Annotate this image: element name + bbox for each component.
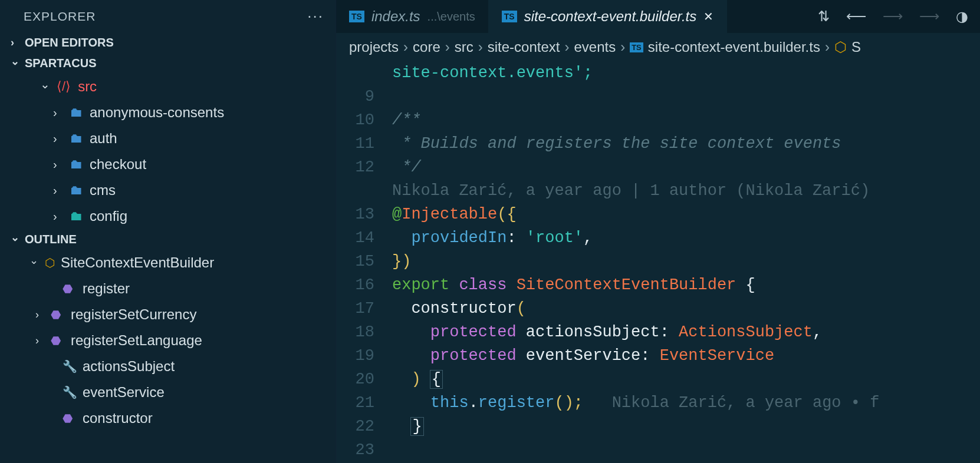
chevron-down-icon (11, 233, 20, 246)
breadcrumb-item[interactable]: S (851, 39, 861, 55)
code-text: @ (392, 206, 402, 223)
tab-path: ...\events (427, 10, 475, 24)
line-number: 21 (336, 391, 374, 415)
code-text: SiteContextEventBuilder (517, 276, 736, 294)
code-text: }) (392, 253, 411, 270)
tab-label: site-context-event.builder.ts (524, 8, 697, 25)
outline-label: registerSetCurrency (71, 306, 196, 323)
close-icon[interactable]: ✕ (703, 9, 713, 24)
open-editors-section[interactable]: OPEN EDITORS (0, 32, 336, 53)
chevron-right-icon (53, 132, 63, 145)
property-icon: 🔧 (63, 385, 77, 399)
line-gutter: 9 10 11 12 13 14 15 16 17 18 19 20 21 22… (336, 61, 392, 463)
sidebar: EXPLORER ··· OPEN EDITORS SPARTACUS ⟨/⟩ … (0, 0, 336, 463)
folder-label: checkout (90, 156, 146, 173)
outline-label: registerSetLanguage (71, 332, 202, 349)
code-text: class (459, 276, 507, 294)
line-number: 23 (336, 438, 374, 462)
code-text: * Builds and registers the site context … (392, 135, 841, 153)
breadcrumb-item[interactable]: site-context-event.builder.ts (648, 39, 820, 55)
outline-item-registerSetCurrency[interactable]: ⬣ registerSetCurrency (12, 302, 336, 328)
outline-item-register[interactable]: ⬣ register (12, 276, 336, 302)
folder-lock-icon: 🖿 (70, 131, 83, 146)
source-folder-icon: ⟨/⟩ (57, 79, 71, 94)
more-actions-icon[interactable]: ··· (307, 7, 324, 25)
code-text: eventService (526, 347, 640, 365)
outline-section[interactable]: OUTLINE (0, 229, 336, 250)
src-folder[interactable]: ⟨/⟩ src (24, 74, 336, 100)
code-text: { (430, 371, 442, 388)
explorer-title: EXPLORER (24, 9, 96, 24)
folder-config[interactable]: 🖿 config (24, 203, 336, 229)
code-text: 'root' (526, 229, 583, 247)
code-text: ({ (497, 206, 516, 223)
folder-label: auth (90, 130, 117, 147)
line-number: 9 (336, 85, 374, 108)
chevron-right-icon (53, 210, 63, 223)
open-editors-label: OPEN EDITORS (25, 36, 114, 49)
code-text: ( (517, 300, 526, 318)
line-number: 10 (336, 108, 374, 132)
split-editor-icon[interactable]: ◑ (956, 8, 968, 25)
outline-class-name: SiteContextEventBuilder (61, 254, 214, 271)
line-number: 12 (336, 156, 374, 179)
folder-label: anonymous-consents (90, 104, 224, 121)
folder-label: config (90, 208, 127, 224)
outline-class[interactable]: ⬡ SiteContextEventBuilder (12, 250, 336, 276)
breadcrumb-item[interactable]: projects (349, 39, 399, 55)
folder-cms[interactable]: 🖿 cms (24, 177, 336, 203)
folder-checkout[interactable]: 🖿 checkout (24, 151, 336, 177)
project-section[interactable]: SPARTACUS (0, 53, 336, 74)
editor-toolbar: ⇅ ⟵ ⟶ ⟶ ◑ (806, 0, 980, 33)
outline-title: OUTLINE (25, 233, 77, 246)
code-text: register (478, 394, 555, 412)
ts-file-icon: TS (630, 42, 643, 52)
nav-icon[interactable]: ⟶ (883, 8, 903, 25)
method-icon: ⬣ (63, 282, 77, 296)
folder-config-icon: 🖿 (70, 209, 83, 224)
code-editor[interactable]: 9 10 11 12 13 14 15 16 17 18 19 20 21 22… (336, 61, 980, 463)
outline-item-registerSetLanguage[interactable]: ⬣ registerSetLanguage (12, 328, 336, 353)
src-label: src (78, 78, 97, 95)
chevron-right-icon (53, 106, 63, 120)
line-number: 11 (336, 132, 374, 156)
line-number: 16 (336, 273, 374, 297)
method-icon: ⬣ (63, 411, 77, 425)
breadcrumb-item[interactable]: events (574, 39, 616, 55)
compare-changes-icon[interactable]: ⇅ (818, 8, 830, 25)
class-icon: ⬡ (45, 256, 55, 270)
previous-change-icon[interactable]: ⟵ (846, 8, 866, 25)
line-number (336, 61, 374, 85)
outline-label: eventService (83, 384, 165, 401)
folder-icon: 🖿 (70, 157, 83, 172)
code-content[interactable]: site-context.events'; /** * Builds and r… (392, 61, 980, 463)
tab-site-context-event-builder[interactable]: TS site-context-event.builder.ts ✕ (489, 0, 727, 33)
nav-icon[interactable]: ⟶ (919, 8, 939, 25)
line-number: 19 (336, 344, 374, 368)
breadcrumb-item[interactable]: site-context (488, 39, 560, 55)
method-icon: ⬣ (51, 307, 65, 322)
line-number: 13 (336, 203, 374, 226)
tab-index[interactable]: TS index.ts ...\events (336, 0, 489, 33)
outline-tree: ⬡ SiteContextEventBuilder ⬣ register ⬣ r… (0, 250, 336, 431)
code-text: protected (430, 323, 517, 341)
outline-item-actionsSubject[interactable]: 🔧 actionsSubject (12, 353, 336, 379)
folder-auth[interactable]: 🖿 auth (24, 125, 336, 151)
folder-anonymous-consents[interactable]: 🖿 anonymous-consents (24, 100, 336, 125)
folder-label: cms (90, 182, 116, 199)
chevron-down-icon (40, 80, 50, 94)
breadcrumb-item[interactable]: src (455, 39, 473, 55)
outline-item-eventService[interactable]: 🔧 eventService (12, 379, 336, 405)
line-number: 20 (336, 368, 374, 391)
explorer-header: EXPLORER ··· (0, 0, 336, 32)
code-text: constructor (411, 300, 516, 318)
chevron-right-icon (53, 158, 63, 171)
chevron-right-icon (11, 37, 20, 49)
code-text: } (411, 418, 423, 435)
breadcrumb-item[interactable]: core (413, 39, 440, 55)
property-icon: 🔧 (63, 359, 77, 373)
breadcrumbs[interactable]: projects› core› src› site-context› event… (336, 33, 980, 61)
outline-item-constructor[interactable]: ⬣ constructor (12, 405, 336, 431)
chevron-right-icon (35, 309, 45, 321)
code-text: */ (392, 158, 421, 176)
